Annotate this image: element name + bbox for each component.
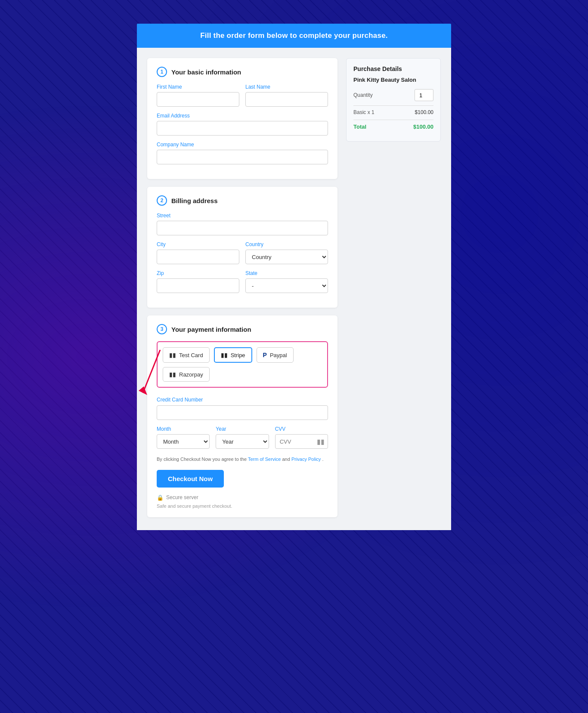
street-group: Street — [157, 213, 328, 235]
month-label: Month — [157, 426, 210, 432]
first-name-label: First Name — [157, 84, 239, 90]
payment-header: 3 Your payment information — [157, 324, 328, 334]
last-name-label: Last Name — [245, 84, 328, 90]
company-row: Company Name — [157, 142, 328, 164]
header-banner: Fill the order form below to complete yo… — [137, 24, 451, 48]
email-row: Email Address — [157, 113, 328, 136]
paypal-icon: P — [263, 352, 267, 358]
state-select[interactable]: - California New York Texas — [245, 278, 328, 293]
stripe-label: Stripe — [231, 352, 245, 358]
zip-input[interactable] — [157, 278, 239, 293]
year-label: Year — [216, 426, 269, 432]
city-country-row: City Country Country United States Unite… — [157, 241, 328, 264]
left-column: 1 Your basic information First Name Last… — [147, 58, 337, 517]
first-name-input[interactable] — [157, 92, 239, 107]
basic-label: Basic x 1 — [353, 109, 374, 115]
purchase-salon-name: Pink Kitty Beauty Salon — [353, 77, 433, 83]
first-name-group: First Name — [157, 84, 239, 107]
quantity-row: Quantity — [353, 89, 433, 101]
street-label: Street — [157, 213, 328, 219]
billing-card: 2 Billing address Street City Count — [147, 187, 337, 308]
purchase-details-card: Purchase Details Pink Kitty Beauty Salon… — [346, 58, 441, 142]
cc-number-row: Credit Card Number — [157, 395, 328, 420]
payment-card: 3 Your payment information ▮▮ Test Card … — [147, 315, 337, 517]
page-wrapper: Fill the order form below to complete yo… — [0, 0, 588, 530]
secure-row: 🔒 Secure server — [157, 494, 328, 501]
email-label: Email Address — [157, 113, 328, 119]
payment-method-paypal[interactable]: P Paypal — [257, 347, 294, 363]
payment-method-stripe[interactable]: ▮▮ Stripe — [214, 347, 252, 363]
total-label: Total — [353, 123, 366, 130]
state-group: State - California New York Texas — [245, 270, 328, 293]
last-name-input[interactable] — [245, 92, 328, 107]
privacy-policy-link[interactable]: Privacy Policy — [291, 457, 321, 462]
section-1-title: Your basic information — [171, 68, 241, 76]
basic-price-row: Basic x 1 $100.00 — [353, 109, 433, 115]
year-group: Year Year 2024 2025 2026 2027 2028 — [216, 426, 269, 449]
main-content: 1 Your basic information First Name Last… — [137, 48, 451, 530]
street-input[interactable] — [157, 221, 328, 235]
section-3-title: Your payment information — [171, 326, 251, 333]
section-2-title: Billing address — [171, 197, 218, 204]
cc-number-label: Credit Card Number — [157, 397, 203, 403]
terms-text: By clicking Checkout Now you agree to th… — [157, 456, 328, 463]
zip-label: Zip — [157, 270, 239, 276]
safe-text: Safe and secure payment checkout. — [157, 503, 328, 509]
city-input[interactable] — [157, 250, 239, 264]
cvv-wrapper: ▮▮ — [275, 434, 328, 449]
basic-info-header: 1 Your basic information — [157, 67, 328, 77]
total-row: Total $100.00 — [353, 123, 433, 130]
svg-marker-1 — [139, 386, 147, 395]
email-group: Email Address — [157, 113, 328, 136]
razorpay-icon: ▮▮ — [169, 371, 176, 378]
purchase-details-title: Purchase Details — [353, 65, 433, 72]
cvv-group: CVV ▮▮ — [275, 426, 328, 449]
state-label: State — [245, 270, 328, 276]
city-group: City — [157, 241, 239, 264]
section-3-number: 3 — [157, 324, 167, 334]
year-select[interactable]: Year 2024 2025 2026 2027 2028 — [216, 434, 269, 449]
purchase-divider — [353, 105, 433, 106]
expiry-cvv-row: Month Month 01 02 03 04 05 06 07 08 09 — [157, 426, 328, 449]
test-card-icon: ▮▮ — [169, 352, 176, 358]
payment-method-razorpay[interactable]: ▮▮ Razorpay — [163, 367, 210, 382]
email-input[interactable] — [157, 121, 328, 136]
paypal-label: Paypal — [270, 352, 287, 358]
right-column: Purchase Details Pink Kitty Beauty Salon… — [346, 58, 441, 142]
country-group: Country Country United States United Kin… — [245, 241, 328, 264]
company-label: Company Name — [157, 142, 328, 148]
last-name-group: Last Name — [245, 84, 328, 107]
total-value: $100.00 — [413, 123, 433, 130]
cvv-label: CVV — [275, 426, 328, 432]
basic-price: $100.00 — [415, 109, 433, 115]
cvv-input[interactable] — [275, 434, 328, 449]
quantity-input[interactable] — [415, 89, 433, 101]
month-group: Month Month 01 02 03 04 05 06 07 08 09 — [157, 426, 210, 449]
lock-icon: 🔒 — [157, 494, 164, 501]
street-row: Street — [157, 213, 328, 235]
header-banner-text: Fill the order form below to complete yo… — [200, 31, 387, 40]
checkout-button[interactable]: Checkout Now — [157, 470, 224, 488]
stripe-icon: ▮▮ — [221, 352, 228, 358]
section-1-number: 1 — [157, 67, 167, 77]
payment-method-test-card[interactable]: ▮▮ Test Card — [163, 347, 210, 363]
quantity-label: Quantity — [353, 92, 373, 98]
zip-state-row: Zip State - California New York Texas — [157, 270, 328, 293]
secure-text: Secure server — [166, 494, 198, 500]
section-2-number: 2 — [157, 195, 167, 206]
test-card-label: Test Card — [179, 352, 203, 358]
city-label: City — [157, 241, 239, 247]
name-row: First Name Last Name — [157, 84, 328, 107]
cc-number-input[interactable] — [157, 405, 328, 420]
razorpay-label: Razorpay — [179, 371, 203, 378]
company-input[interactable] — [157, 150, 328, 164]
country-label: Country — [245, 241, 328, 247]
payment-methods-grid: ▮▮ Test Card ▮▮ Stripe P Paypal ▮▮ Razor… — [157, 341, 328, 388]
billing-header: 2 Billing address — [157, 195, 328, 206]
basic-info-card: 1 Your basic information First Name Last… — [147, 58, 337, 179]
purchase-divider-2 — [353, 120, 433, 120]
country-select[interactable]: Country United States United Kingdom Can… — [245, 250, 328, 264]
company-group: Company Name — [157, 142, 328, 164]
month-select[interactable]: Month 01 02 03 04 05 06 07 08 09 10 11 — [157, 434, 210, 449]
terms-of-service-link[interactable]: Term of Service — [248, 457, 281, 462]
